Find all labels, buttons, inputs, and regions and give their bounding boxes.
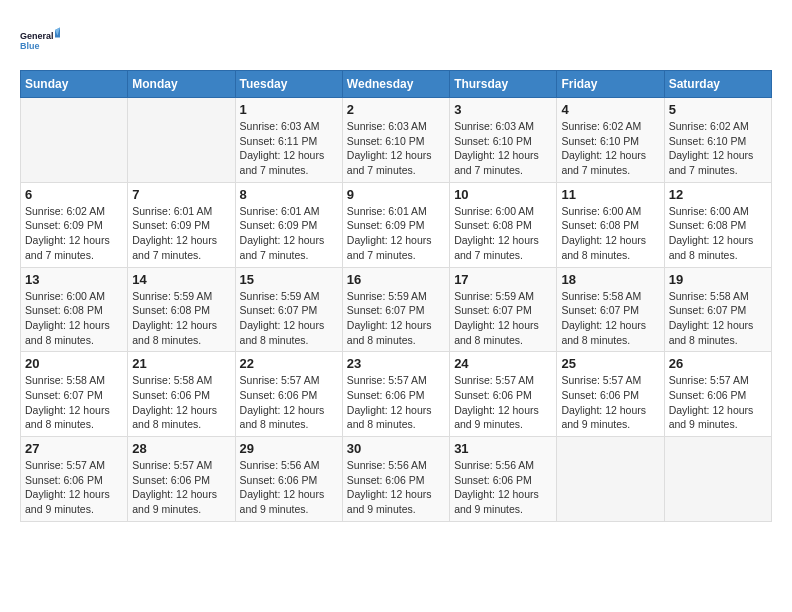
day-info: Sunrise: 5:57 AM Sunset: 6:06 PM Dayligh… (240, 373, 338, 432)
day-number: 30 (347, 441, 445, 456)
weekday-header-friday: Friday (557, 71, 664, 98)
calendar-cell: 21Sunrise: 5:58 AM Sunset: 6:06 PM Dayli… (128, 352, 235, 437)
day-number: 31 (454, 441, 552, 456)
week-row-5: 27Sunrise: 5:57 AM Sunset: 6:06 PM Dayli… (21, 437, 772, 522)
day-info: Sunrise: 6:03 AM Sunset: 6:10 PM Dayligh… (454, 119, 552, 178)
weekday-header-thursday: Thursday (450, 71, 557, 98)
day-info: Sunrise: 6:00 AM Sunset: 6:08 PM Dayligh… (454, 204, 552, 263)
day-info: Sunrise: 6:03 AM Sunset: 6:11 PM Dayligh… (240, 119, 338, 178)
logo: General Blue (20, 20, 60, 60)
day-number: 22 (240, 356, 338, 371)
day-info: Sunrise: 6:00 AM Sunset: 6:08 PM Dayligh… (669, 204, 767, 263)
week-row-3: 13Sunrise: 6:00 AM Sunset: 6:08 PM Dayli… (21, 267, 772, 352)
week-row-4: 20Sunrise: 5:58 AM Sunset: 6:07 PM Dayli… (21, 352, 772, 437)
day-number: 9 (347, 187, 445, 202)
calendar-cell: 29Sunrise: 5:56 AM Sunset: 6:06 PM Dayli… (235, 437, 342, 522)
day-number: 11 (561, 187, 659, 202)
day-number: 17 (454, 272, 552, 287)
day-info: Sunrise: 5:56 AM Sunset: 6:06 PM Dayligh… (240, 458, 338, 517)
day-number: 12 (669, 187, 767, 202)
weekday-header-wednesday: Wednesday (342, 71, 449, 98)
day-info: Sunrise: 5:57 AM Sunset: 6:06 PM Dayligh… (561, 373, 659, 432)
day-number: 5 (669, 102, 767, 117)
day-info: Sunrise: 5:58 AM Sunset: 6:06 PM Dayligh… (132, 373, 230, 432)
calendar-cell: 4Sunrise: 6:02 AM Sunset: 6:10 PM Daylig… (557, 98, 664, 183)
day-number: 6 (25, 187, 123, 202)
calendar-cell: 24Sunrise: 5:57 AM Sunset: 6:06 PM Dayli… (450, 352, 557, 437)
page-header: General Blue (20, 20, 772, 60)
calendar-cell (21, 98, 128, 183)
day-info: Sunrise: 6:01 AM Sunset: 6:09 PM Dayligh… (240, 204, 338, 263)
calendar-cell: 2Sunrise: 6:03 AM Sunset: 6:10 PM Daylig… (342, 98, 449, 183)
day-number: 24 (454, 356, 552, 371)
day-number: 3 (454, 102, 552, 117)
day-number: 28 (132, 441, 230, 456)
day-info: Sunrise: 5:59 AM Sunset: 6:07 PM Dayligh… (347, 289, 445, 348)
calendar-cell: 1Sunrise: 6:03 AM Sunset: 6:11 PM Daylig… (235, 98, 342, 183)
week-row-1: 1Sunrise: 6:03 AM Sunset: 6:11 PM Daylig… (21, 98, 772, 183)
day-number: 13 (25, 272, 123, 287)
svg-text:Blue: Blue (20, 41, 40, 51)
day-info: Sunrise: 5:58 AM Sunset: 6:07 PM Dayligh… (669, 289, 767, 348)
calendar-cell: 3Sunrise: 6:03 AM Sunset: 6:10 PM Daylig… (450, 98, 557, 183)
day-info: Sunrise: 5:59 AM Sunset: 6:07 PM Dayligh… (240, 289, 338, 348)
calendar-cell: 20Sunrise: 5:58 AM Sunset: 6:07 PM Dayli… (21, 352, 128, 437)
weekday-header-saturday: Saturday (664, 71, 771, 98)
calendar-cell: 31Sunrise: 5:56 AM Sunset: 6:06 PM Dayli… (450, 437, 557, 522)
day-number: 19 (669, 272, 767, 287)
calendar-cell: 28Sunrise: 5:57 AM Sunset: 6:06 PM Dayli… (128, 437, 235, 522)
calendar-cell: 12Sunrise: 6:00 AM Sunset: 6:08 PM Dayli… (664, 182, 771, 267)
day-number: 8 (240, 187, 338, 202)
calendar-cell: 13Sunrise: 6:00 AM Sunset: 6:08 PM Dayli… (21, 267, 128, 352)
day-number: 27 (25, 441, 123, 456)
calendar-cell: 8Sunrise: 6:01 AM Sunset: 6:09 PM Daylig… (235, 182, 342, 267)
day-number: 15 (240, 272, 338, 287)
calendar-cell: 27Sunrise: 5:57 AM Sunset: 6:06 PM Dayli… (21, 437, 128, 522)
day-info: Sunrise: 5:58 AM Sunset: 6:07 PM Dayligh… (25, 373, 123, 432)
day-number: 14 (132, 272, 230, 287)
weekday-header-row: SundayMondayTuesdayWednesdayThursdayFrid… (21, 71, 772, 98)
day-info: Sunrise: 6:02 AM Sunset: 6:09 PM Dayligh… (25, 204, 123, 263)
day-info: Sunrise: 5:57 AM Sunset: 6:06 PM Dayligh… (669, 373, 767, 432)
day-info: Sunrise: 5:56 AM Sunset: 6:06 PM Dayligh… (347, 458, 445, 517)
calendar-cell: 25Sunrise: 5:57 AM Sunset: 6:06 PM Dayli… (557, 352, 664, 437)
calendar-cell (128, 98, 235, 183)
calendar-cell: 30Sunrise: 5:56 AM Sunset: 6:06 PM Dayli… (342, 437, 449, 522)
day-info: Sunrise: 6:00 AM Sunset: 6:08 PM Dayligh… (561, 204, 659, 263)
calendar-cell: 16Sunrise: 5:59 AM Sunset: 6:07 PM Dayli… (342, 267, 449, 352)
day-number: 18 (561, 272, 659, 287)
calendar-cell: 18Sunrise: 5:58 AM Sunset: 6:07 PM Dayli… (557, 267, 664, 352)
calendar-table: SundayMondayTuesdayWednesdayThursdayFrid… (20, 70, 772, 522)
weekday-header-tuesday: Tuesday (235, 71, 342, 98)
calendar-cell: 6Sunrise: 6:02 AM Sunset: 6:09 PM Daylig… (21, 182, 128, 267)
day-number: 20 (25, 356, 123, 371)
svg-text:General: General (20, 31, 54, 41)
day-number: 16 (347, 272, 445, 287)
day-number: 4 (561, 102, 659, 117)
day-info: Sunrise: 6:01 AM Sunset: 6:09 PM Dayligh… (132, 204, 230, 263)
day-info: Sunrise: 6:00 AM Sunset: 6:08 PM Dayligh… (25, 289, 123, 348)
calendar-cell (664, 437, 771, 522)
day-number: 1 (240, 102, 338, 117)
day-info: Sunrise: 5:59 AM Sunset: 6:07 PM Dayligh… (454, 289, 552, 348)
day-number: 23 (347, 356, 445, 371)
day-info: Sunrise: 5:59 AM Sunset: 6:08 PM Dayligh… (132, 289, 230, 348)
day-info: Sunrise: 5:57 AM Sunset: 6:06 PM Dayligh… (454, 373, 552, 432)
calendar-cell: 22Sunrise: 5:57 AM Sunset: 6:06 PM Dayli… (235, 352, 342, 437)
weekday-header-monday: Monday (128, 71, 235, 98)
day-info: Sunrise: 5:57 AM Sunset: 6:06 PM Dayligh… (347, 373, 445, 432)
day-info: Sunrise: 5:56 AM Sunset: 6:06 PM Dayligh… (454, 458, 552, 517)
calendar-cell: 9Sunrise: 6:01 AM Sunset: 6:09 PM Daylig… (342, 182, 449, 267)
weekday-header-sunday: Sunday (21, 71, 128, 98)
calendar-cell: 15Sunrise: 5:59 AM Sunset: 6:07 PM Dayli… (235, 267, 342, 352)
day-info: Sunrise: 5:57 AM Sunset: 6:06 PM Dayligh… (25, 458, 123, 517)
calendar-cell: 14Sunrise: 5:59 AM Sunset: 6:08 PM Dayli… (128, 267, 235, 352)
day-info: Sunrise: 6:02 AM Sunset: 6:10 PM Dayligh… (669, 119, 767, 178)
calendar-cell: 19Sunrise: 5:58 AM Sunset: 6:07 PM Dayli… (664, 267, 771, 352)
week-row-2: 6Sunrise: 6:02 AM Sunset: 6:09 PM Daylig… (21, 182, 772, 267)
calendar-cell: 7Sunrise: 6:01 AM Sunset: 6:09 PM Daylig… (128, 182, 235, 267)
day-info: Sunrise: 6:03 AM Sunset: 6:10 PM Dayligh… (347, 119, 445, 178)
day-number: 7 (132, 187, 230, 202)
day-number: 26 (669, 356, 767, 371)
day-number: 25 (561, 356, 659, 371)
